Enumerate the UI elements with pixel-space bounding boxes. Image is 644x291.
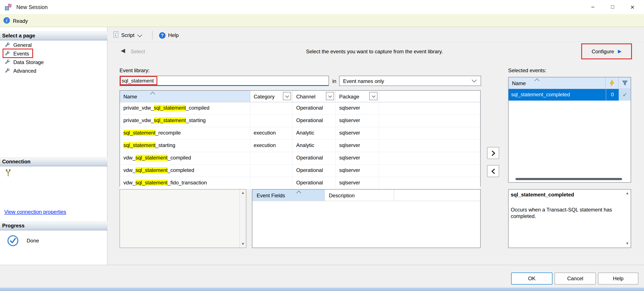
event-name-post: _compiled <box>168 155 191 161</box>
progress-header: Progress <box>0 221 108 230</box>
status-bar: i Ready <box>0 14 644 27</box>
scroll-up-icon[interactable]: ▲ <box>626 192 629 195</box>
forward-icon: ▶ <box>618 48 622 54</box>
scrollbar-thumb[interactable] <box>516 178 622 180</box>
maximize-button[interactable]: □ <box>603 0 622 14</box>
event-row[interactable]: vdw_sql_statement_compiled Operational s… <box>120 152 480 165</box>
event-row[interactable]: private_vdw_sql_statement_compiled Opera… <box>120 102 480 115</box>
column-header-category[interactable]: Category <box>250 91 293 102</box>
sidebar-item-advanced[interactable]: Advanced <box>0 66 108 75</box>
event-row[interactable]: vdw_sql_statement_fido_transaction Opera… <box>120 177 480 190</box>
close-button[interactable]: × <box>622 0 642 14</box>
column-header-label: Event Fields <box>257 192 285 198</box>
column-header-label: Name <box>512 80 526 86</box>
event-name-cell: vdw_sql_statement_fido_transaction <box>120 177 250 189</box>
event-name-cell: vdw_sql_statement_completed <box>120 165 250 177</box>
in-label: in <box>332 78 336 84</box>
column-header-label: Package <box>339 94 359 100</box>
filter-dropdown-button[interactable] <box>283 92 291 100</box>
progress-status: Done <box>27 238 39 244</box>
column-header-label: Description <box>329 192 355 198</box>
event-row[interactable]: sql_statement_starting execution Analyti… <box>120 140 480 152</box>
event-row-filler <box>379 177 480 189</box>
column-header-description[interactable]: Description <box>324 190 394 201</box>
script-icon <box>114 31 119 39</box>
event-package-cell: sqlserver <box>336 127 379 139</box>
select-a-page-header: Select a page <box>0 32 108 40</box>
event-package-cell: sqlserver <box>336 140 379 152</box>
titlebar: New Session − □ × <box>0 0 644 14</box>
cancel-button[interactable]: Cancel <box>554 272 596 284</box>
event-library-label: Event library: <box>120 68 150 74</box>
chevron-down-icon <box>372 94 375 98</box>
event-row[interactable]: private_vdw_sql_statement_starting Opera… <box>120 115 480 127</box>
event-row[interactable]: vdw_sql_statement_completed Operational … <box>120 165 480 177</box>
add-event-button[interactable] <box>487 147 499 159</box>
sidebar-item-label: General <box>13 42 32 48</box>
chevron-left-icon <box>491 168 495 174</box>
sidebar-item-general[interactable]: General <box>0 41 108 50</box>
event-row-filler <box>379 140 480 152</box>
event-row-filler <box>379 165 480 177</box>
scroll-down-icon[interactable]: ▼ <box>626 242 629 246</box>
event-channel-cell: Operational <box>293 102 336 114</box>
event-channel-cell: Operational <box>293 115 336 127</box>
event-fields-panel: Event Fields Description <box>252 189 481 248</box>
sort-asc-icon <box>296 191 301 196</box>
view-connection-properties-link[interactable]: View connection properties <box>4 209 66 215</box>
script-label: Script <box>121 32 134 38</box>
minimize-button[interactable]: − <box>583 0 603 14</box>
sidebar-item-events[interactable]: Events <box>0 50 108 58</box>
event-search-input[interactable] <box>120 76 329 86</box>
help-toolbar-button[interactable]: ? Help <box>156 30 181 40</box>
selected-column-bolt[interactable] <box>606 77 619 88</box>
ok-button[interactable]: OK <box>511 272 552 284</box>
event-row[interactable]: sql_statement_recompile execution Analyt… <box>120 127 480 140</box>
column-header-package[interactable]: Package <box>336 91 379 102</box>
column-header-label: Channel <box>296 94 315 100</box>
sidebar-item-data-storage[interactable]: Data Storage <box>0 58 108 66</box>
filter-dropdown-button[interactable] <box>326 92 334 100</box>
selected-column-filter[interactable] <box>619 77 631 88</box>
event-name-cell: vdw_sql_statement_compiled <box>120 152 250 164</box>
filter-icon <box>622 80 628 86</box>
event-package-cell: sqlserver <box>336 152 379 164</box>
remove-event-button[interactable] <box>487 165 499 177</box>
scroll-up-icon[interactable]: ▲ <box>241 191 244 195</box>
event-package-cell: sqlserver <box>336 115 379 127</box>
selected-hscrollbar[interactable] <box>511 178 628 181</box>
selected-row[interactable]: sql_statement_completed 0 ✓ <box>508 89 631 100</box>
filter-dropdown-button[interactable] <box>369 92 378 100</box>
event-name-pre: vdw_ <box>124 167 136 173</box>
script-button[interactable]: Script <box>111 30 144 40</box>
app-icon <box>5 4 12 12</box>
event-row-filler <box>379 152 480 164</box>
configure-button[interactable]: Configure ▶ <box>582 44 631 58</box>
column-header-event-fields[interactable]: Event Fields <box>252 190 324 201</box>
vertical-scrollbar[interactable]: ▲ ▼ <box>240 190 246 248</box>
scope-select[interactable]: Event names only <box>339 76 481 86</box>
column-header-channel[interactable]: Channel <box>293 91 336 102</box>
event-table-body: private_vdw_sql_statement_compiled Opera… <box>120 102 480 190</box>
back-label: Select <box>131 48 145 54</box>
status-text: Ready <box>13 18 28 24</box>
event-name-cell: private_vdw_sql_statement_starting <box>120 115 250 127</box>
event-name-match: sql_statement <box>124 142 156 148</box>
event-name-match: sql_statement <box>136 167 168 173</box>
event-category-cell <box>250 115 293 127</box>
column-header-filler <box>379 91 480 102</box>
toolbar-divider <box>108 42 644 42</box>
column-header-name[interactable]: Name <box>120 91 250 102</box>
chevron-down-icon <box>472 78 477 82</box>
event-name-pre: private_vdw_ <box>124 105 154 111</box>
chevron-down-icon[interactable] <box>137 32 142 37</box>
back-icon[interactable]: ◀ <box>121 47 125 54</box>
wrench-icon <box>5 68 10 74</box>
scroll-down-icon[interactable]: ▼ <box>241 242 244 246</box>
connection-icon <box>5 169 12 178</box>
selected-table-header: Name <box>508 77 631 89</box>
connection-header: Connection <box>0 157 108 166</box>
help-button[interactable]: Help <box>598 272 638 284</box>
bottom-accent-strip <box>0 288 644 291</box>
selected-column-name[interactable]: Name <box>508 77 606 88</box>
